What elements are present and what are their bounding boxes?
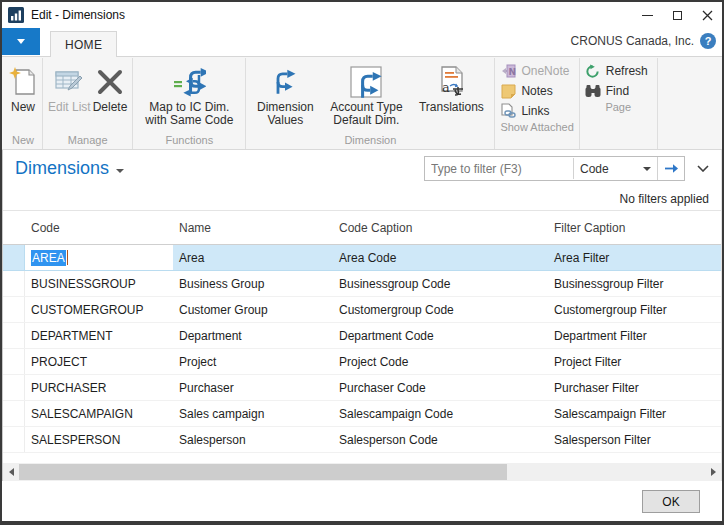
grid-cell[interactable]: CUSTOMERGROUP (25, 297, 173, 322)
application-menu-button[interactable] (2, 28, 40, 55)
map-to-ic-dim-button[interactable]: Map to IC Dim. with Same Code (138, 61, 240, 127)
links-button[interactable]: Links (500, 102, 573, 120)
grid-cell[interactable]: Area Code (333, 245, 548, 270)
maximize-button[interactable] (662, 4, 692, 26)
edit-list-button[interactable]: Edit List (48, 61, 91, 114)
grid-cell[interactable]: Department Code (333, 323, 548, 348)
chevron-down-icon (697, 165, 709, 172)
tab-home[interactable]: HOME (50, 31, 117, 57)
grid-cell[interactable]: Salesperson (173, 427, 333, 452)
translations-button[interactable]: a Translations (413, 61, 489, 114)
grid-cell[interactable]: Customer Group (173, 297, 333, 322)
grid-cell[interactable]: SALESCAMPAIGN (25, 401, 173, 426)
column-header-filter-caption[interactable]: Filter Caption (548, 221, 721, 235)
grid-cell[interactable]: Area Filter (548, 245, 721, 270)
chevron-down-icon (643, 167, 651, 171)
dimension-values-label: Dimension Values (251, 101, 319, 127)
close-button[interactable] (692, 4, 722, 26)
grid-cell[interactable]: Customergroup Filter (548, 297, 721, 322)
account-type-default-dim-button[interactable]: Account Type Default Dim. (321, 61, 411, 127)
refresh-label: Refresh (606, 64, 648, 78)
expand-filter-pane-button[interactable] (697, 165, 709, 172)
grid-cell[interactable]: Purchaser (173, 375, 333, 400)
grid-cell[interactable]: Area (173, 245, 333, 270)
filter-column-dropdown[interactable]: Code (573, 158, 657, 179)
grid-body: AREAAreaArea CodeArea FilterBUSINESSGROU… (3, 245, 721, 453)
scrollbar-track[interactable] (19, 463, 705, 481)
horizontal-scrollbar[interactable] (3, 463, 721, 481)
column-header-name[interactable]: Name (173, 221, 333, 235)
scroll-right-button[interactable] (705, 463, 721, 481)
table-row[interactable]: PURCHASERPurchaserPurchaser CodePurchase… (3, 375, 721, 401)
column-header-code-caption[interactable]: Code Caption (333, 221, 548, 235)
grid-cell[interactable]: Businessgroup Filter (548, 271, 721, 296)
notes-label: Notes (521, 84, 552, 98)
row-selector[interactable] (3, 375, 25, 400)
grid-cell[interactable]: Department Filter (548, 323, 721, 348)
page-title-dropdown-icon[interactable] (116, 169, 124, 173)
group-label-new: New (9, 133, 37, 149)
ok-button[interactable]: OK (642, 490, 700, 513)
scroll-left-button[interactable] (3, 463, 19, 481)
help-icon[interactable]: ? (700, 33, 716, 49)
grid-cell[interactable]: BUSINESSGROUP (25, 271, 173, 296)
row-selector[interactable] (3, 323, 25, 348)
grid-cell[interactable]: SALESPERSON (25, 427, 173, 452)
grid-cell[interactable]: Purchaser Filter (548, 375, 721, 400)
row-selector[interactable] (3, 271, 25, 296)
table-row[interactable]: AREAAreaArea CodeArea Filter (3, 245, 721, 271)
new-button[interactable]: New (9, 61, 37, 114)
grid-cell[interactable]: Businessgroup Code (333, 271, 548, 296)
table-row[interactable]: SALESPERSONSalespersonSalesperson CodeSa… (3, 427, 721, 453)
ribbon-group-manage: Edit List Delete Manage (43, 58, 133, 149)
grid-cell[interactable]: Business Group (173, 271, 333, 296)
refresh-button[interactable]: Refresh (585, 62, 652, 80)
minimize-button[interactable] (632, 4, 662, 26)
grid-cell[interactable]: Salesperson Filter (548, 427, 721, 452)
notes-button[interactable]: Notes (500, 82, 573, 100)
grid-cell[interactable]: Salescampaign Code (333, 401, 548, 426)
onenote-button[interactable]: N OneNote (500, 62, 573, 80)
row-selector[interactable] (3, 245, 25, 270)
grid-cell[interactable]: AREA (25, 245, 173, 270)
grid-cell[interactable]: Customergroup Code (333, 297, 548, 322)
find-label: Find (606, 84, 629, 98)
filter-box: Code (424, 156, 685, 181)
table-row[interactable]: PROJECTProjectProject CodeProject Filter (3, 349, 721, 375)
grid-cell[interactable]: Project Code (333, 349, 548, 374)
row-selector[interactable] (3, 349, 25, 374)
grid-cell[interactable]: DEPARTMENT (25, 323, 173, 348)
table-row[interactable]: DEPARTMENTDepartmentDepartment CodeDepar… (3, 323, 721, 349)
app-icon (8, 7, 24, 23)
edit-list-label: Edit List (48, 101, 91, 114)
apply-filter-button[interactable] (657, 157, 684, 180)
row-selector[interactable] (3, 427, 25, 452)
scrollbar-thumb[interactable] (19, 464, 507, 480)
table-row[interactable]: CUSTOMERGROUPCustomer GroupCustomergroup… (3, 297, 721, 323)
dimension-values-button[interactable]: Dimension Values (251, 61, 319, 127)
grid-cell[interactable]: PURCHASER (25, 375, 173, 400)
grid-cell[interactable]: Purchaser Code (333, 375, 548, 400)
row-selector[interactable] (3, 297, 25, 322)
grid-cell[interactable]: Salescampaign Filter (548, 401, 721, 426)
group-label-dimension: Dimension (251, 133, 489, 149)
grid-cell[interactable]: Department (173, 323, 333, 348)
triangle-left-icon (9, 468, 14, 476)
grid-cell[interactable]: Sales campaign (173, 401, 333, 426)
row-selector[interactable] (3, 401, 25, 426)
find-button[interactable]: Find (585, 82, 652, 100)
grid-cell[interactable]: PROJECT (25, 349, 173, 374)
table-row[interactable]: SALESCAMPAIGNSales campaignSalescampaign… (3, 401, 721, 427)
grid-cell[interactable]: Project (173, 349, 333, 374)
column-header-code-caption-label: Code Caption (339, 221, 412, 235)
grid-cell[interactable]: Project Filter (548, 349, 721, 374)
table-row[interactable]: BUSINESSGROUPBusiness GroupBusinessgroup… (3, 271, 721, 297)
filter-input[interactable] (425, 158, 573, 179)
refresh-icon (585, 63, 601, 79)
new-button-label: New (11, 101, 35, 114)
svg-text:N: N (509, 67, 516, 77)
column-header-code[interactable]: Code (25, 221, 173, 235)
grid-cell[interactable]: Salesperson Code (333, 427, 548, 452)
delete-button[interactable]: Delete (93, 61, 128, 114)
group-label-functions: Functions (138, 133, 240, 149)
